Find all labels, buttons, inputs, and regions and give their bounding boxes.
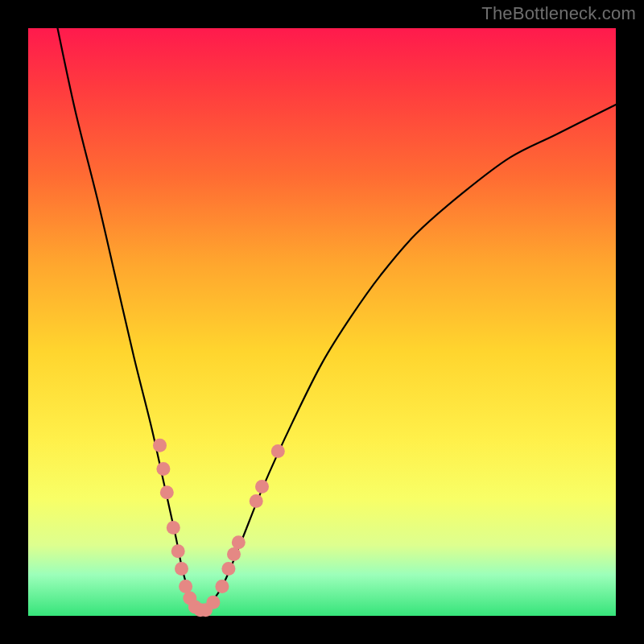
sample-dots (153, 439, 285, 617)
sample-dot (221, 562, 235, 576)
sample-dot (156, 462, 170, 476)
sample-dot (227, 547, 241, 561)
sample-dot (250, 494, 263, 508)
sample-dot (153, 439, 167, 452)
sample-dot (255, 480, 269, 493)
bottleneck-curve (58, 28, 617, 612)
sample-dot (167, 521, 180, 535)
sample-dot (206, 596, 220, 609)
plot-area (28, 28, 616, 616)
sample-dot (179, 580, 192, 593)
sample-dot (271, 444, 285, 458)
watermark-text: TheBottleneck.com (481, 3, 636, 24)
sample-dot (171, 544, 185, 558)
sample-dot (160, 485, 174, 499)
sample-dot (215, 580, 229, 593)
sample-dot (232, 535, 246, 549)
curve-svg (28, 28, 616, 616)
chart-frame: TheBottleneck.com (0, 0, 644, 644)
sample-dot (175, 562, 188, 576)
